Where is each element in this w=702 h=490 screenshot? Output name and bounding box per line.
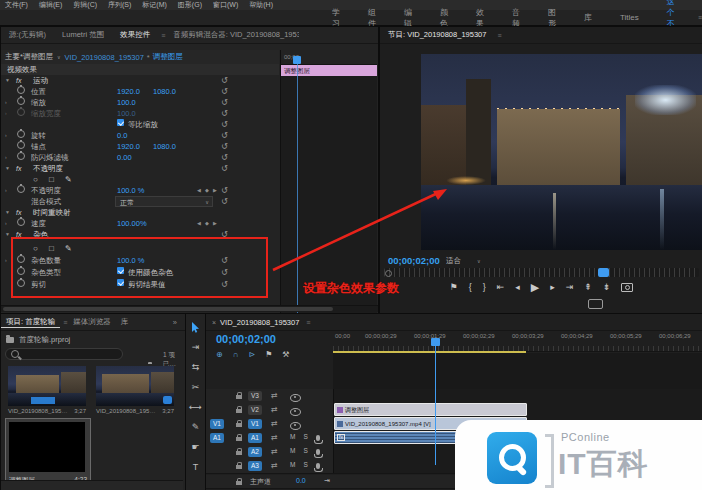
master-clip-label[interactable]: 主要*调整图层 — [5, 52, 53, 62]
effect-motion[interactable]: ▼ fx 运动 ↺ — [1, 75, 279, 86]
more-tabs-icon[interactable]: » — [165, 318, 185, 327]
reset-icon[interactable]: ↺ — [221, 130, 228, 141]
sync-lock-icon[interactable]: ⇄ — [271, 433, 278, 442]
workspace-menu-icon[interactable]: ≡ — [698, 14, 702, 21]
track-select-tool[interactable]: ⇥ — [192, 342, 200, 353]
reset-icon[interactable]: ↺ — [221, 279, 228, 290]
effect-opacity[interactable]: ▼ fx 不透明度 ↺ — [1, 163, 279, 174]
voiceover-record-icon[interactable] — [316, 463, 320, 469]
razor-tool[interactable]: ✂ — [192, 382, 200, 393]
track-output-icon[interactable] — [290, 408, 301, 416]
solo-button[interactable]: S — [303, 433, 307, 441]
lock-icon[interactable] — [236, 409, 242, 413]
effect-timeline-playhead[interactable] — [293, 56, 301, 64]
kf-prev-icon[interactable]: ◀ — [197, 218, 201, 229]
reset-icon[interactable]: ↺ — [221, 141, 228, 152]
track-toggle-a2[interactable]: A2 — [248, 447, 262, 457]
track-output-icon[interactable] — [290, 394, 301, 402]
type-tool[interactable]: T — [193, 462, 199, 473]
search-input[interactable] — [5, 348, 123, 360]
track-output-icon[interactable] — [290, 422, 301, 430]
solo-button[interactable]: S — [303, 447, 307, 455]
stopwatch-icon[interactable] — [17, 185, 25, 193]
tab-sequence[interactable]: VID_20190808_195307 — [216, 318, 303, 327]
reset-icon[interactable]: ↺ — [221, 97, 228, 108]
track-toggle-v3[interactable]: V3 — [248, 391, 262, 401]
voiceover-record-icon[interactable] — [316, 449, 320, 455]
reset-icon[interactable]: ↺ — [221, 229, 228, 240]
lock-icon[interactable] — [236, 451, 242, 455]
voiceover-record-icon[interactable] — [316, 435, 320, 441]
mark-in-button[interactable]: { — [469, 280, 472, 296]
comparison-view-button[interactable] — [588, 299, 603, 309]
menu-sequence[interactable]: 序列(S) — [108, 0, 131, 10]
stopwatch-icon[interactable] — [17, 97, 25, 105]
go-to-in-button[interactable]: ⇤ — [497, 280, 505, 296]
kf-add-icon[interactable]: ◆ — [205, 218, 209, 229]
insert-overwrite-icon[interactable]: ⊕ — [216, 350, 223, 359]
mute-button[interactable]: M — [290, 433, 295, 441]
expand-icon[interactable]: › — [5, 130, 7, 141]
stopwatch-icon[interactable] — [17, 141, 25, 149]
chevron-down-icon[interactable]: ∨ — [57, 54, 61, 60]
ellipse-mask-icon[interactable]: ○ — [33, 243, 38, 254]
reset-icon[interactable]: ↺ — [221, 196, 228, 207]
collapse-icon[interactable]: ▼ — [5, 163, 10, 174]
add-marker-icon[interactable]: ⚑ — [265, 350, 272, 359]
antiflicker-value[interactable]: 0.00 — [117, 152, 132, 163]
stopwatch-icon[interactable] — [17, 130, 25, 138]
tab-program-monitor[interactable]: 节目: VID_20190808_195307 — [380, 30, 494, 40]
mute-button[interactable]: M — [290, 461, 295, 469]
ellipse-mask-icon[interactable]: ○ — [33, 174, 38, 185]
project-item[interactable]: VID_20190808_195… 3;27 — [8, 366, 86, 414]
reset-icon[interactable]: ↺ — [221, 75, 228, 86]
tab-effect-controls[interactable]: 效果控件 — [112, 30, 158, 40]
zoom-level-select[interactable]: 适合 ∨ — [446, 256, 481, 266]
rect-mask-icon[interactable]: □ — [49, 174, 54, 185]
menu-markers[interactable]: 标记(M) — [142, 0, 167, 10]
sequence-clip-name[interactable]: VID_20190808_195307 — [65, 53, 144, 62]
stopwatch-icon[interactable] — [17, 152, 25, 160]
effect-noise[interactable]: ▼ fx 杂色 ↺ — [1, 229, 279, 240]
lock-icon[interactable] — [236, 465, 242, 469]
clip-result-checkbox[interactable] — [117, 279, 124, 286]
tab-audio-clip-mixer[interactable]: 音频剪辑混合器: VID_20190808_195307 — [165, 30, 299, 40]
menu-edit[interactable]: 编辑(E) — [39, 0, 62, 10]
timeline-timecode[interactable]: 00;00;02;00 — [216, 333, 276, 345]
pen-tool[interactable]: ✎ — [192, 422, 200, 433]
program-scrubber[interactable] — [384, 268, 699, 277]
menu-clip[interactable]: 剪辑(C) — [73, 0, 97, 10]
sync-lock-icon[interactable]: ⇄ — [271, 405, 278, 414]
item-name[interactable]: VID_20190808_195… — [96, 408, 155, 414]
slip-tool[interactable]: ⟷ — [189, 402, 202, 413]
master-volume-value[interactable]: 0.0 — [296, 477, 306, 484]
reset-icon[interactable]: ↺ — [221, 108, 228, 119]
timeline-ruler[interactable]: 00;00 00;00;00;29 00;00;01;29 00;00;02;2… — [333, 333, 702, 352]
lift-button[interactable]: ⇞ — [584, 280, 592, 296]
tab-source-monitor[interactable]: 源:(无剪辑) — [1, 30, 54, 40]
track-toggle-v1[interactable]: V1 — [248, 419, 262, 429]
project-item[interactable]: VID_20190808_195… 3;27 — [96, 366, 174, 414]
kf-prev-icon[interactable]: ◀ — [197, 185, 201, 196]
position-y-value[interactable]: 1080.0 — [153, 86, 176, 97]
noise-amount-value[interactable]: 100.0 % — [117, 255, 145, 266]
collapse-icon[interactable]: ▼ — [5, 207, 10, 218]
panel-menu-icon[interactable]: ≡ — [497, 32, 501, 39]
ripple-edit-tool[interactable]: ⇆ — [192, 362, 200, 373]
snap-icon[interactable]: ∩ — [233, 350, 239, 359]
source-patch-v1[interactable]: V1 — [210, 419, 224, 429]
sync-lock-icon[interactable]: ⇄ — [271, 391, 278, 400]
stopwatch-icon[interactable] — [17, 255, 25, 263]
kf-next-icon[interactable]: ▶ — [213, 185, 217, 196]
tab-project[interactable]: 项目: 首度轮输 — [1, 317, 60, 328]
menu-window[interactable]: 窗口(W) — [213, 0, 238, 10]
use-color-noise-checkbox[interactable] — [117, 267, 124, 274]
expand-icon[interactable]: › — [5, 255, 7, 266]
export-frame-button[interactable] — [621, 283, 633, 292]
menu-file[interactable]: 文件(F) — [5, 0, 28, 10]
uniform-scale-checkbox[interactable] — [117, 119, 124, 126]
pen-mask-icon[interactable]: ✎ — [65, 243, 72, 254]
item-name[interactable]: VID_20190808_195… — [8, 408, 67, 414]
program-timecode[interactable]: 00;00;02;00 — [388, 255, 440, 266]
horizontal-scrollbar[interactable] — [1, 305, 378, 312]
